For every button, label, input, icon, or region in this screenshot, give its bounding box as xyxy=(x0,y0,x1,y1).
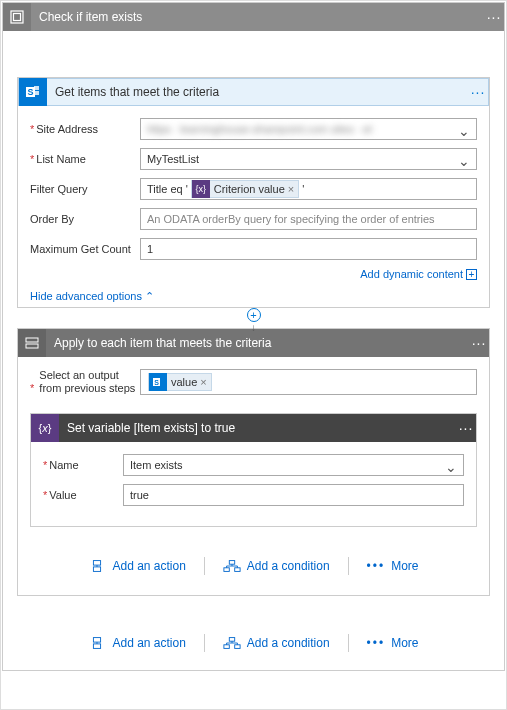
label-order-by: Order By xyxy=(30,213,140,225)
label-var-name: Name xyxy=(43,459,123,471)
get-items-title: Get items that meet the criteria xyxy=(47,85,468,99)
token-remove-icon[interactable]: × xyxy=(288,179,294,199)
get-items-menu-button[interactable]: ··· xyxy=(468,84,488,100)
input-list-name[interactable]: MyTestList xyxy=(140,148,477,170)
dots-icon: ••• xyxy=(367,636,386,650)
connector-arrow: + ↓ xyxy=(17,308,490,326)
set-variable-title: Set variable [Item exists] to true xyxy=(59,421,456,435)
svg-rect-27 xyxy=(235,645,240,649)
card-set-variable: {x} Set variable [Item exists] to true ·… xyxy=(30,413,477,527)
add-condition-button[interactable]: Add a condition xyxy=(217,557,336,575)
add-condition-icon xyxy=(223,636,241,650)
set-variable-menu-button[interactable]: ··· xyxy=(456,420,476,436)
label-list-name: List Name xyxy=(30,153,140,165)
add-dynamic-content-link[interactable]: Add dynamic content+ xyxy=(30,268,477,280)
variable-icon: {x} xyxy=(31,414,59,442)
scope-menu-button[interactable]: ··· xyxy=(484,9,504,25)
svg-rect-21 xyxy=(94,644,101,649)
apply-to-each-title: Apply to each item that meets the criter… xyxy=(46,336,469,350)
outer-action-bar: Add an action Add a condition ••• More xyxy=(17,634,490,660)
variable-icon: {x} xyxy=(192,180,210,198)
apply-to-each-header[interactable]: Apply to each item that meets the criter… xyxy=(18,329,489,357)
token-criterion-value[interactable]: {x} Criterion value × xyxy=(191,180,299,198)
svg-rect-11 xyxy=(94,567,101,572)
insert-step-button[interactable]: + xyxy=(247,308,261,322)
svg-rect-4 xyxy=(34,86,39,90)
token-remove-icon[interactable]: × xyxy=(200,376,206,388)
dots-icon: ••• xyxy=(367,559,386,573)
scope-icon xyxy=(3,3,31,31)
svg-text:S: S xyxy=(154,379,159,386)
add-condition-button[interactable]: Add a condition xyxy=(217,634,336,652)
input-filter-query[interactable]: Title eq ' {x} Criterion value × ' xyxy=(140,178,477,200)
plus-icon: + xyxy=(466,269,477,280)
hide-advanced-options-link[interactable]: Hide advanced options ⌃ xyxy=(30,290,477,303)
label-max-count: Maximum Get Count xyxy=(30,243,140,255)
input-site-address[interactable]: https · learninghouse-sharepoint.com sit… xyxy=(140,118,477,140)
label-var-value: Value xyxy=(43,489,123,501)
add-action-icon xyxy=(88,636,106,650)
more-button[interactable]: ••• More xyxy=(361,634,425,652)
svg-rect-16 xyxy=(224,568,229,572)
token-value[interactable]: S value × xyxy=(148,373,212,391)
svg-rect-23 xyxy=(229,638,234,642)
svg-rect-13 xyxy=(229,561,234,565)
svg-rect-7 xyxy=(26,344,38,348)
svg-rect-10 xyxy=(94,561,101,566)
svg-rect-17 xyxy=(235,568,240,572)
input-var-name[interactable]: Item exists xyxy=(123,454,464,476)
scope-title: Check if item exists xyxy=(31,10,484,24)
input-order-by[interactable]: An ODATA orderBy query for specifying th… xyxy=(140,208,477,230)
add-action-icon xyxy=(88,559,106,573)
svg-text:S: S xyxy=(27,87,33,97)
input-var-value[interactable]: true xyxy=(123,484,464,506)
svg-rect-0 xyxy=(11,11,23,23)
scope-body: S Get items that meet the criteria ··· S… xyxy=(3,31,504,670)
svg-rect-26 xyxy=(224,645,229,649)
svg-rect-20 xyxy=(94,638,101,643)
loop-icon xyxy=(18,329,46,357)
arrow-down-icon: ↓ xyxy=(251,322,256,333)
set-variable-header[interactable]: {x} Set variable [Item exists] to true ·… xyxy=(31,414,476,442)
svg-rect-6 xyxy=(26,338,38,342)
more-button[interactable]: ••• More xyxy=(361,557,425,575)
apply-to-each-menu-button[interactable]: ··· xyxy=(469,335,489,351)
add-action-button[interactable]: Add an action xyxy=(82,557,191,575)
sharepoint-icon: S xyxy=(19,78,47,106)
scope-header-check-if-item-exists[interactable]: Check if item exists ··· xyxy=(3,3,504,31)
input-max-count[interactable]: 1 xyxy=(140,238,477,260)
svg-rect-5 xyxy=(34,91,39,95)
get-items-header[interactable]: S Get items that meet the criteria ··· xyxy=(18,78,489,106)
add-action-button[interactable]: Add an action xyxy=(82,634,191,652)
label-filter-query: Filter Query xyxy=(30,183,140,195)
card-apply-to-each: Apply to each item that meets the criter… xyxy=(17,328,490,596)
input-select-output[interactable]: S value × xyxy=(140,369,477,395)
svg-rect-1 xyxy=(14,14,21,21)
label-select-output: Select an outputfrom previous steps xyxy=(30,369,140,395)
add-condition-icon xyxy=(223,559,241,573)
sharepoint-token-icon: S xyxy=(149,373,167,391)
label-site-address: Site Address xyxy=(30,123,140,135)
card-get-items: S Get items that meet the criteria ··· S… xyxy=(17,77,490,308)
inner-action-bar: Add an action Add a condition ••• More xyxy=(30,557,477,583)
chevron-up-icon: ⌃ xyxy=(145,290,154,302)
